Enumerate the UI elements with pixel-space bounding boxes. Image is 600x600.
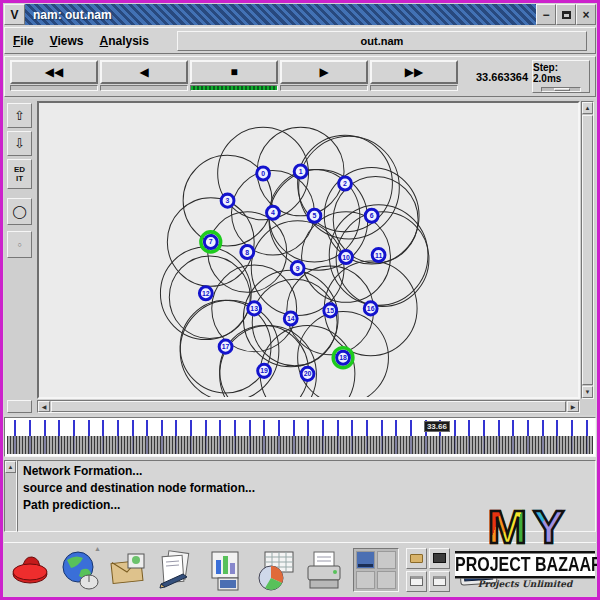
network-canvas[interactable]: 01234567891011121314151617181920 bbox=[37, 101, 580, 399]
workspace-3[interactable] bbox=[356, 571, 375, 589]
node-label: 12 bbox=[202, 290, 210, 297]
maximize-button[interactable] bbox=[556, 4, 576, 25]
window-mini-icon bbox=[433, 576, 446, 586]
window-button-terminal[interactable] bbox=[429, 548, 450, 569]
network-canvas-svg: 01234567891011121314151617181920 bbox=[39, 103, 578, 397]
node-label: 19 bbox=[260, 367, 268, 374]
node-label: 6 bbox=[370, 212, 374, 219]
presentation-icon[interactable] bbox=[206, 548, 248, 592]
word-processor-icon[interactable] bbox=[157, 548, 199, 592]
edit-label-bottom: IT bbox=[16, 174, 23, 183]
node-label: 11 bbox=[375, 251, 382, 258]
annotation-line[interactable]: Network Formation... bbox=[23, 463, 595, 480]
node-label: 2 bbox=[343, 180, 347, 187]
node-label: 14 bbox=[287, 315, 295, 322]
close-button[interactable]: × bbox=[576, 4, 596, 25]
node-label: 8 bbox=[245, 248, 249, 255]
vertical-scroll-thumb[interactable] bbox=[582, 115, 593, 385]
logo-tagline: Projects Unlimited bbox=[455, 579, 595, 589]
spreadsheet-icon[interactable] bbox=[255, 548, 297, 592]
edit-button[interactable]: ED IT bbox=[7, 159, 32, 189]
logo-letters: M Y bbox=[455, 507, 595, 551]
canvas-vertical-scrollbar[interactable]: ▲ ▼ bbox=[581, 101, 594, 399]
scroll-down-icon[interactable]: ▼ bbox=[582, 386, 593, 398]
menu-analysis[interactable]: Analysis bbox=[100, 34, 149, 48]
window-mini-icon bbox=[410, 576, 423, 586]
step-slider-thumb[interactable] bbox=[554, 88, 570, 91]
filename-label: out.nam bbox=[177, 31, 587, 51]
printer-icon[interactable] bbox=[304, 548, 346, 592]
window-button-app2[interactable] bbox=[429, 571, 450, 592]
stop-indicator bbox=[190, 85, 278, 91]
fast-forward-button[interactable]: ▶▶ bbox=[370, 60, 458, 84]
play-indicator bbox=[280, 85, 368, 91]
terminal-mini-icon bbox=[433, 553, 446, 563]
canvas-horizontal-scrollbar[interactable]: ◀ ▶ bbox=[37, 400, 580, 413]
redhat-menu-icon[interactable] bbox=[10, 548, 52, 592]
main-area: ⇧ ⇩ ED IT ◯ ○ 01234567891011121314151617… bbox=[4, 99, 596, 415]
small-node-tool-button[interactable]: ○ bbox=[7, 231, 32, 258]
timeline-event-band bbox=[7, 436, 593, 454]
step-size-label: Step: 2.0ms bbox=[533, 62, 589, 84]
window-button-folder[interactable] bbox=[406, 548, 427, 569]
zoom-out-button[interactable]: ⇩ bbox=[7, 131, 32, 156]
screen: { "titlebar": { "menu_glyph": "V", "titl… bbox=[0, 0, 600, 600]
logo-banner-text: PROJECT BAZAAR bbox=[455, 551, 595, 579]
horizontal-scroll-thumb[interactable] bbox=[51, 401, 566, 412]
annotation-scrollbar[interactable]: ▲ bbox=[4, 460, 17, 532]
edit-label-top: ED bbox=[14, 165, 25, 174]
corner-filler bbox=[7, 400, 32, 413]
folder-icon bbox=[410, 554, 423, 563]
node-label: 7 bbox=[209, 238, 213, 245]
email-icon[interactable] bbox=[108, 548, 150, 592]
node-label: 3 bbox=[226, 197, 230, 204]
scroll-right-icon[interactable]: ▶ bbox=[567, 401, 579, 412]
workspace-switcher[interactable] bbox=[353, 548, 399, 592]
window-title: nam: out.nam bbox=[25, 4, 536, 25]
timeline[interactable]: 33.66 bbox=[4, 417, 596, 457]
node-label: 1 bbox=[299, 168, 303, 175]
stop-button[interactable]: ■ bbox=[190, 60, 278, 84]
workspace-1[interactable] bbox=[356, 551, 375, 569]
current-time-display: 33.663364 bbox=[460, 60, 532, 93]
annotation-line[interactable]: source and destination node formation... bbox=[23, 480, 595, 497]
minimize-button[interactable]: − bbox=[536, 4, 556, 25]
workspace-4[interactable] bbox=[377, 571, 396, 589]
logo-letter-m: M bbox=[488, 507, 525, 551]
window-menu-button[interactable]: V bbox=[4, 4, 25, 25]
node-label: 9 bbox=[296, 265, 300, 272]
menubar: File Views Analysis out.nam bbox=[4, 27, 596, 54]
timeline-time-flag[interactable]: 33.66 bbox=[424, 421, 450, 432]
window-button-app1[interactable] bbox=[406, 571, 427, 592]
workspace-2[interactable] bbox=[377, 551, 396, 569]
rewind-button[interactable]: ◀◀ bbox=[10, 60, 98, 84]
menu-views[interactable]: Views bbox=[50, 34, 84, 48]
node-label: 13 bbox=[250, 305, 258, 312]
zoom-in-button[interactable]: ⇧ bbox=[7, 103, 32, 128]
scroll-up-icon[interactable]: ▲ bbox=[582, 102, 593, 114]
play-button[interactable]: ▶ bbox=[280, 60, 368, 84]
playback-controls: ◀◀ ◀ ■ ▶ ▶▶ 33.663364 Step: 2.0ms bbox=[4, 56, 596, 97]
web-browser-icon[interactable] bbox=[59, 548, 101, 592]
node-label: 18 bbox=[339, 354, 347, 361]
scroll-left-icon[interactable]: ◀ bbox=[38, 401, 50, 412]
node-label: 5 bbox=[312, 212, 316, 219]
step-size-slider[interactable] bbox=[541, 87, 581, 92]
menu-file[interactable]: File bbox=[13, 34, 34, 48]
step-back-button[interactable]: ◀ bbox=[100, 60, 188, 84]
fast-forward-indicator bbox=[370, 85, 458, 91]
big-node-tool-button[interactable]: ◯ bbox=[7, 198, 32, 225]
node-label: 15 bbox=[326, 307, 334, 314]
panel-arrow-icon: ▲ bbox=[94, 545, 101, 552]
step-back-indicator bbox=[100, 85, 188, 91]
node-label: 10 bbox=[342, 254, 350, 261]
node-label: 16 bbox=[367, 305, 375, 312]
node-label: 0 bbox=[261, 170, 265, 177]
maximize-icon bbox=[562, 11, 571, 19]
annotation-scroll-up-icon[interactable]: ▲ bbox=[5, 461, 16, 473]
step-control: Step: 2.0ms bbox=[532, 60, 590, 93]
project-bazaar-logo: M Y PROJECT BAZAAR Projects Unlimited bbox=[455, 507, 595, 589]
node-label: 4 bbox=[271, 209, 275, 216]
logo-letter-y: Y bbox=[533, 507, 562, 551]
titlebar: V nam: out.nam − × bbox=[4, 4, 596, 25]
